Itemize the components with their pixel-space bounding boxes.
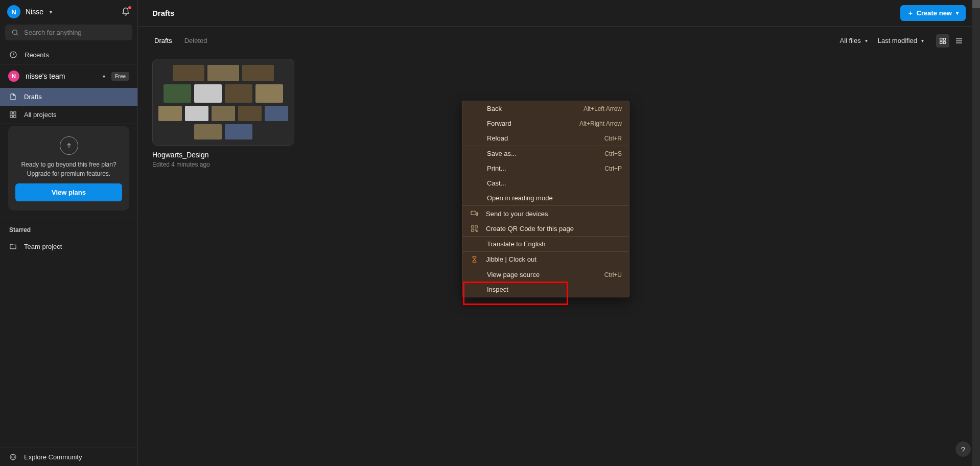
filter-sort[interactable]: Last modified ▾ (878, 37, 924, 44)
filter-label: Last modified (878, 37, 917, 44)
main: Drafts Create new ▾ Drafts Deleted All f… (138, 0, 980, 466)
ctx-translate[interactable]: Translate to English (462, 237, 629, 251)
ctx-forward[interactable]: ForwardAlt+Right Arrow (462, 116, 629, 131)
nav-all-projects[interactable]: All projects (0, 106, 137, 124)
svg-rect-2 (10, 112, 12, 114)
file-subtitle: Edited 4 minutes ago (152, 161, 294, 168)
devices-icon (470, 209, 479, 218)
ctx-cast[interactable]: Cast... (462, 176, 629, 191)
svg-rect-15 (471, 229, 473, 231)
ctx-save-as[interactable]: Save as...Ctrl+S (462, 146, 629, 161)
ctx-label: Back (487, 105, 576, 112)
ctx-label: Print... (487, 165, 597, 172)
search-input-wrap[interactable] (5, 25, 132, 40)
ctx-label: Reload (487, 134, 597, 142)
list-icon (955, 37, 963, 45)
ctx-send-devices[interactable]: Send to your devices (462, 206, 629, 221)
ctx-shortcut: Ctrl+U (604, 271, 622, 278)
create-new-button[interactable]: Create new ▾ (900, 5, 966, 21)
upgrade-line2: Upgrade for premium features. (21, 169, 116, 178)
button-label: Create new (917, 9, 952, 17)
grid-icon (9, 111, 17, 119)
ctx-view-source[interactable]: View page sourceCtrl+U (462, 267, 629, 282)
scrollbar-thumb[interactable] (972, 0, 980, 8)
plan-badge: Free (111, 72, 129, 81)
qr-icon (470, 225, 479, 232)
nav-recents[interactable]: Recents (0, 45, 137, 64)
tab-deleted[interactable]: Deleted (184, 37, 207, 44)
svg-rect-7 (940, 38, 942, 40)
search-input[interactable] (24, 29, 126, 36)
starred-team-project[interactable]: Team project (0, 238, 137, 255)
file-card[interactable]: Hogwarts_Design Edited 4 minutes ago (152, 59, 294, 168)
ctx-label: View page source (487, 271, 597, 278)
ctx-label: Translate to English (487, 240, 622, 248)
view-grid-button[interactable] (936, 34, 949, 48)
filter-label: All files (839, 37, 860, 44)
file-name[interactable]: Hogwarts_Design (152, 151, 294, 159)
team-name: nisse's team (26, 72, 96, 80)
svg-rect-10 (943, 41, 945, 43)
nav-label: Drafts (24, 93, 42, 101)
file-icon (9, 93, 17, 101)
ctx-back[interactable]: BackAlt+Left Arrow (462, 101, 629, 116)
ctx-reload[interactable]: ReloadCtrl+R (462, 131, 629, 146)
chevron-down-icon: ▾ (50, 9, 52, 15)
ctx-label: Open in reading mode (487, 194, 622, 202)
view-plans-button[interactable]: View plans (15, 183, 122, 201)
nav-explore-community[interactable]: Explore Community (0, 448, 137, 466)
search-icon (11, 29, 19, 36)
ctx-shortcut: Ctrl+P (604, 165, 622, 172)
ctx-inspect[interactable]: Inspect (462, 282, 629, 297)
svg-rect-9 (940, 41, 942, 43)
help-button[interactable]: ? (955, 441, 971, 457)
user-menu[interactable]: N Nisse ▾ (7, 5, 52, 18)
tab-drafts[interactable]: Drafts (154, 37, 172, 44)
folder-icon (9, 243, 17, 250)
ctx-label: Forward (487, 120, 572, 127)
toolbar: Drafts Deleted All files ▾ Last modified… (138, 27, 980, 50)
ctx-label: Send to your devices (486, 210, 622, 218)
team-switcher[interactable]: N nisse's team ▾ Free (0, 64, 137, 88)
ctx-print[interactable]: Print...Ctrl+P (462, 161, 629, 176)
globe-icon (9, 453, 17, 461)
svg-point-0 (13, 30, 17, 35)
ctx-label: Jibble | Clock out (486, 255, 622, 263)
arrow-up-icon (65, 142, 73, 149)
nav-label: Recents (25, 51, 49, 59)
grid-icon (939, 37, 946, 44)
ctx-reading-mode[interactable]: Open in reading mode (462, 191, 629, 205)
svg-rect-16 (475, 229, 476, 230)
scrollbar-track[interactable] (972, 0, 980, 466)
filter-file-type[interactable]: All files ▾ (839, 37, 867, 44)
nav-label: All projects (24, 111, 57, 119)
ctx-label: Cast... (487, 179, 622, 187)
upgrade-line1: Ready to go beyond this free plan? (21, 160, 116, 169)
ctx-label: Inspect (487, 286, 622, 293)
svg-rect-4 (10, 115, 12, 118)
view-list-button[interactable] (952, 34, 966, 48)
sidebar: N Nisse ▾ Recents N nisse's team ▾ Free … (0, 0, 138, 466)
svg-rect-5 (14, 115, 16, 118)
ctx-jibble-clock-out[interactable]: Jibble | Clock out (462, 252, 629, 267)
svg-rect-17 (476, 230, 477, 231)
user-name: Nisse (26, 8, 43, 16)
nav-label: Explore Community (24, 453, 82, 461)
hourglass-icon (470, 255, 479, 263)
ctx-shortcut: Ctrl+R (604, 135, 622, 142)
svg-rect-12 (476, 213, 478, 215)
plus-icon (907, 10, 914, 16)
svg-rect-14 (475, 226, 477, 228)
team-avatar: N (8, 71, 19, 82)
ctx-label: Save as... (487, 150, 597, 157)
ctx-qr-code[interactable]: Create QR Code for this page (462, 221, 629, 236)
page-title: Drafts (152, 9, 174, 17)
chevron-down-icon: ▾ (865, 38, 868, 43)
notifications-button[interactable] (121, 7, 130, 16)
svg-rect-3 (14, 112, 16, 114)
nav-drafts[interactable]: Drafts (0, 88, 137, 106)
chevron-down-icon: ▾ (921, 38, 924, 43)
context-menu: BackAlt+Left Arrow ForwardAlt+Right Arro… (462, 101, 629, 297)
notification-dot-icon (128, 6, 131, 9)
user-avatar: N (7, 5, 20, 18)
